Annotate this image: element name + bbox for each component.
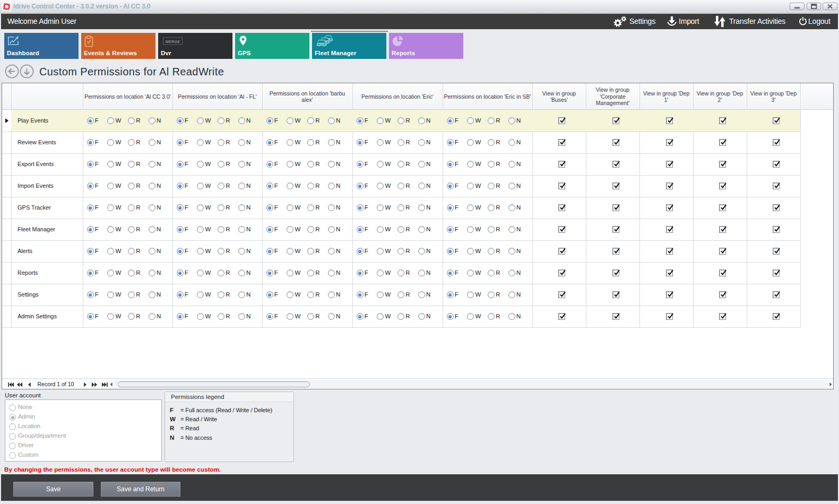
- svg-text:MERGE: MERGE: [166, 40, 180, 44]
